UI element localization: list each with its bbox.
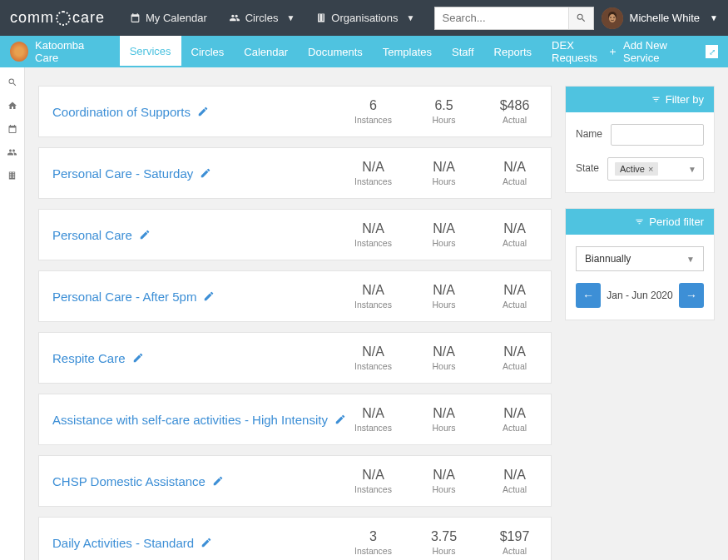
service-metrics: N/AInstancesN/AHoursN/AActual xyxy=(350,221,537,248)
metric-actual-label: Actual xyxy=(492,361,537,371)
service-title-link[interactable]: Assistance with self-care activities - H… xyxy=(52,413,350,427)
service-title-link[interactable]: Respite Care xyxy=(52,351,350,365)
filter-icon xyxy=(635,217,644,226)
metric-instances-value: N/A xyxy=(350,221,396,236)
period-range-label: Jan - Jun 2020 xyxy=(607,290,672,301)
rail-home-icon[interactable] xyxy=(1,94,24,117)
search-button[interactable] xyxy=(568,7,593,29)
service-title-link[interactable]: Daily Activities - Standard xyxy=(52,536,350,550)
nav-my-calendar[interactable]: My Calendar xyxy=(121,7,215,29)
nav-my-calendar-label: My Calendar xyxy=(146,12,207,24)
metric-hours: N/AHours xyxy=(421,283,467,310)
tab-reports[interactable]: Reports xyxy=(484,36,542,67)
service-row: Personal Care - SaturdayN/AInstancesN/AH… xyxy=(38,147,552,199)
logo[interactable]: comm care xyxy=(10,9,105,27)
org-name[interactable]: Katoomba Care xyxy=(35,39,105,64)
metric-hours: N/AHours xyxy=(421,468,467,494)
metric-hours: N/AHours xyxy=(421,160,467,186)
search-icon xyxy=(576,12,587,23)
metric-instances: N/AInstances xyxy=(350,406,396,433)
period-next-button[interactable]: → xyxy=(679,283,704,308)
filter-name-input[interactable] xyxy=(611,124,704,146)
filters-col: Filter by Name State Active × xyxy=(565,86,715,560)
edit-icon[interactable] xyxy=(197,106,209,117)
svg-point-2 xyxy=(609,14,616,22)
rail-calendar-icon[interactable] xyxy=(1,117,24,141)
metric-instances: N/AInstances xyxy=(350,221,396,248)
service-title-link[interactable]: Personal Care - Saturday xyxy=(52,166,350,181)
edit-icon[interactable] xyxy=(212,475,224,487)
nav-circles[interactable]: Circles ▼ xyxy=(220,7,304,29)
calendar-icon xyxy=(130,12,141,23)
add-new-service-button[interactable]: ＋ Add New Service xyxy=(607,39,697,64)
state-tag-remove[interactable]: × xyxy=(648,164,653,174)
period-frequency-select[interactable]: Biannually ▼ xyxy=(576,246,704,271)
service-title-link[interactable]: CHSP Domestic Assistance xyxy=(52,474,350,488)
tab-services[interactable]: Services xyxy=(120,36,181,67)
filter-name-label: Name xyxy=(576,128,602,140)
metric-actual-label: Actual xyxy=(492,176,537,186)
service-row: Daily Activities - Standard3Instances3.7… xyxy=(38,517,552,560)
rail-building-icon[interactable] xyxy=(1,164,24,187)
edit-icon[interactable] xyxy=(201,537,212,548)
caret-down-icon: ▼ xyxy=(686,255,695,264)
metric-instances: N/AInstances xyxy=(350,283,396,310)
metric-hours-value: 3.75 xyxy=(421,529,467,544)
tab-dex-requests[interactable]: DEX Requests xyxy=(542,36,607,67)
metric-actual-value: N/A xyxy=(492,468,537,483)
filter-state-select[interactable]: Active × ▼ xyxy=(607,157,704,181)
metric-hours-label: Hours xyxy=(421,361,467,371)
metric-actual-label: Actual xyxy=(492,546,537,556)
service-title-link[interactable]: Personal Care - After 5pm xyxy=(52,290,350,304)
service-metrics: N/AInstancesN/AHoursN/AActual xyxy=(350,283,537,310)
service-metrics: 6Instances6.5Hours$486Actual xyxy=(350,98,537,125)
tab-documents[interactable]: Documents xyxy=(298,36,373,67)
top-nav: My Calendar Circles ▼ Organisations ▼ xyxy=(121,7,594,30)
main-area: Coordination of Supports6Instances6.5Hou… xyxy=(25,67,728,560)
edit-icon[interactable] xyxy=(203,290,215,302)
metric-instances: N/AInstances xyxy=(350,468,396,494)
edit-icon[interactable] xyxy=(334,414,346,425)
state-tag: Active × xyxy=(615,162,658,176)
edit-icon[interactable] xyxy=(139,229,151,240)
tab-circles[interactable]: Circles xyxy=(181,36,235,67)
service-name: Personal Care xyxy=(52,228,132,242)
tab-templates[interactable]: Templates xyxy=(373,36,442,67)
plus-icon: ＋ xyxy=(607,44,618,59)
tab-calendar[interactable]: Calendar xyxy=(234,36,298,67)
edit-icon[interactable] xyxy=(132,352,144,364)
metric-actual: N/AActual xyxy=(492,344,537,371)
avatar xyxy=(602,7,623,29)
service-title-link[interactable]: Coordination of Supports xyxy=(52,105,350,119)
sub-header-right: ＋ Add New Service ⤢ xyxy=(607,39,718,64)
tab-staff[interactable]: Staff xyxy=(442,36,484,67)
search-input[interactable] xyxy=(435,8,568,27)
metric-actual: N/AActual xyxy=(492,160,537,186)
service-title-link[interactable]: Personal Care xyxy=(52,228,350,242)
metric-instances-value: N/A xyxy=(350,468,396,483)
metric-hours-label: Hours xyxy=(421,176,467,186)
metric-instances-label: Instances xyxy=(350,176,396,186)
metric-instances-value: N/A xyxy=(350,283,396,298)
service-metrics: 3Instances3.75Hours$197Actual xyxy=(350,529,537,556)
top-header: comm care My Calendar Circles ▼ Organisa… xyxy=(0,0,728,36)
metric-hours: 6.5Hours xyxy=(421,98,467,125)
metric-instances-label: Instances xyxy=(350,423,396,433)
expand-icon[interactable]: ⤢ xyxy=(706,45,718,58)
metric-instances-label: Instances xyxy=(350,361,396,371)
metric-actual-label: Actual xyxy=(492,423,537,433)
rail-people-icon[interactable] xyxy=(1,141,24,164)
period-prev-button[interactable]: ← xyxy=(576,283,601,308)
org-icon xyxy=(10,42,28,62)
nav-organisations[interactable]: Organisations ▼ xyxy=(308,7,423,29)
rail-search-icon[interactable] xyxy=(1,71,24,94)
metric-actual: $486Actual xyxy=(492,98,537,125)
metric-hours-label: Hours xyxy=(421,484,467,494)
metric-actual-value: $486 xyxy=(492,98,537,113)
metric-actual: N/AActual xyxy=(492,283,537,310)
service-name: Respite Care xyxy=(52,351,126,365)
filter-state-label: State xyxy=(576,162,599,174)
metric-actual-label: Actual xyxy=(492,300,537,310)
edit-icon[interactable] xyxy=(200,167,211,179)
user-menu[interactable]: Michelle White ▼ xyxy=(602,7,718,29)
